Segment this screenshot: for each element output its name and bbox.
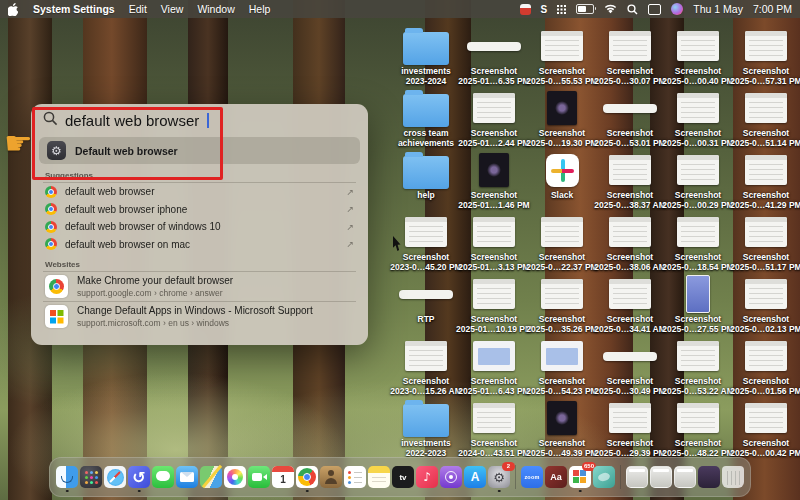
suggestion-item[interactable]: default web browser on mac ↗ [31,236,368,254]
menu-bar-date[interactable]: Thu 1 May [693,3,743,15]
desktop-file[interactable]: Screenshot2025-0…19.30 PM [528,88,596,150]
desktop-file[interactable]: Screenshot2025-01…3.13 PM [460,212,528,274]
dock-icon-contacts-brown[interactable] [320,466,342,488]
dock-icon-facetime[interactable] [248,466,270,488]
dock-icon-shortcuts[interactable]: ↺ [128,466,150,488]
dock-icon-window-thumb[interactable] [650,466,672,488]
desktop-file[interactable]: Screenshot2025-0…22.37 PM [528,212,596,274]
menu-window[interactable]: Window [197,3,234,15]
desktop-file[interactable]: Screenshot2025-0…00.40 PM [664,26,732,88]
desktop-file[interactable]: Screenshot2025-0…54.23 PM [528,336,596,398]
apple-menu-icon[interactable] [8,3,19,16]
dock-icon-maps[interactable] [200,466,222,488]
desktop-file[interactable]: Screenshot2024-0…43.51 PM [460,398,528,460]
desktop-item-label: Screenshot2025-0…01.56 PM [730,376,800,396]
dock-icon-office[interactable]: 650 [569,466,591,488]
desktop-file[interactable]: Screenshot2025-01…6.43 PM [460,336,528,398]
dock-icon-music[interactable]: ♪ [416,466,438,488]
active-app-name[interactable]: System Settings [33,3,115,15]
dock-icon-tv[interactable]: tv [392,466,414,488]
screenshot-thumbnail-icon [467,42,521,51]
dock-icon-window-thumb[interactable] [626,466,648,488]
desktop-file[interactable]: Screenshot2025-0…38.06 AM [596,212,664,274]
spotlight-top-hit[interactable]: ⚙ Default web browser [39,137,360,164]
desktop-file[interactable]: Screenshot2025-01…1.46 PM [460,150,528,212]
desktop-file[interactable]: Screenshot2025-0…00.31 PM [664,88,732,150]
dock-icon-window-thumb[interactable] [674,466,696,488]
desktop-file[interactable]: Screenshot2025-0…49.39 PM [528,398,596,460]
menu-view[interactable]: View [161,3,184,15]
dock-icon-photos[interactable] [224,466,246,488]
desktop-folder[interactable]: investments2022-2023 [392,398,460,460]
search-input[interactable]: default web browser [65,112,199,129]
desktop-file[interactable]: Screenshot2023-0…15.26 AM [392,336,460,398]
desktop-file[interactable]: Screenshot2025-0…53.22 AM [664,336,732,398]
dock-icon-window-thumb-purple[interactable] [698,466,720,488]
desktop-folder[interactable]: help [392,150,460,212]
desktop-file[interactable]: Screenshot2025-0…27.55 PM [664,274,732,336]
menu-help[interactable]: Help [249,3,271,15]
suggestion-label: default web browser [65,186,338,197]
menu-edit[interactable]: Edit [129,3,147,15]
spotlight-search-icon[interactable] [627,4,638,15]
desktop-file[interactable]: Screenshot2025-0…53.01 PM [596,88,664,150]
running-indicator-dot [306,490,309,493]
desktop-app-slack[interactable]: Slack [528,150,596,212]
dock-icon-zoom[interactable]: zoom [521,466,543,488]
dock-icon-chrome[interactable] [296,466,318,488]
desktop-file[interactable]: Screenshot2025-0…30.49 PM [596,336,664,398]
dock-icon-notes[interactable] [368,466,390,488]
dock-icon-appstore[interactable]: A [464,466,486,488]
dock-icon-reminders[interactable] [344,466,366,488]
dock-icon-teal-app[interactable] [593,466,615,488]
desktop-folder[interactable]: investments2023-2024 [392,26,460,88]
desktop-file[interactable]: Screenshot2025-0…35.26 PM [528,274,596,336]
desktop-file[interactable]: Screenshot2025-0…29.39 PM [596,398,664,460]
desktop-file[interactable]: Screenshot2025-0…01.56 PM [732,336,800,398]
suggestion-item[interactable]: default web browser of windows 10 ↗ [31,218,368,236]
desktop-file[interactable]: Screenshot2025-0…00.29 PM [664,150,732,212]
battery-icon[interactable] [576,4,594,14]
desktop-item-label: Screenshot2025-0…57.31 PM [730,66,800,86]
slack-status-icon[interactable]: S [541,4,548,15]
dock-icon-messages[interactable] [152,466,174,488]
desktop-file[interactable]: Screenshot2025-0…38.37 AM [596,150,664,212]
menu-bar-time[interactable]: 7:00 PM [753,3,792,15]
desktop-file[interactable]: Screenshot2025-01…6.35 PM [460,26,528,88]
siri-icon[interactable] [671,3,683,15]
desktop-file[interactable]: Screenshot2025-0…34.41 AM [596,274,664,336]
desktop-file[interactable]: Screenshot2025-0…00.42 PM [732,398,800,460]
dock-icon-dictionary[interactable]: Aa [545,466,567,488]
dock-icon-finder[interactable] [56,466,78,488]
desktop-file[interactable]: Screenshot2025-0…41.29 PM [732,150,800,212]
desktop-file[interactable]: Screenshot2025-0…48.22 PM [664,398,732,460]
desktop-file[interactable]: Screenshot2025-0…51.17 PM [732,212,800,274]
desktop-file[interactable]: Screenshot2025-01…2.44 PM [460,88,528,150]
desktop-file[interactable]: Screenshot2025-0…57.31 PM [732,26,800,88]
spotlight-search-field[interactable]: default web browser [31,104,368,135]
wifi-icon[interactable] [604,4,617,14]
dock-icon-calendar[interactable]: 1 [272,466,294,488]
desktop-file[interactable]: Screenshot2025-0…55.53 PM [528,26,596,88]
dock-icon-launchpad[interactable] [80,466,102,488]
desktop-file[interactable]: RTP [392,274,460,336]
suggestion-item[interactable]: default web browser iphone ↗ [31,201,368,219]
grid-status-icon[interactable] [557,5,566,14]
desktop-file[interactable]: Screenshot2025-0…02.13 PM [732,274,800,336]
desktop-file[interactable]: Screenshot2025-0…51.14 PM [732,88,800,150]
status-app-icon[interactable] [520,4,531,15]
desktop-file[interactable]: Screenshot2025-01…10.19 PM [460,274,528,336]
desktop-file[interactable]: Screenshot2025-0…30.07 PM [596,26,664,88]
control-center-icon[interactable] [648,4,661,15]
dock-icon-settings[interactable]: ⚙2 [488,466,510,488]
desktop-file[interactable]: Screenshot2025-0…18.54 PM [664,212,732,274]
dock-icon-safari[interactable] [104,466,126,488]
desktop-folder[interactable]: cross teamachievements [392,88,460,150]
desktop-file[interactable]: Screenshot2023-0…45.20 PM [392,212,460,274]
website-result[interactable]: Change Default Apps in Windows - Microso… [31,302,368,331]
dock-icon-trash[interactable] [722,466,744,488]
dock-icon-podcasts[interactable] [440,466,462,488]
suggestion-item[interactable]: default web browser ↗ [31,183,368,201]
website-result[interactable]: Make Chrome your default browser support… [31,272,368,301]
dock-icon-mail[interactable] [176,466,198,488]
